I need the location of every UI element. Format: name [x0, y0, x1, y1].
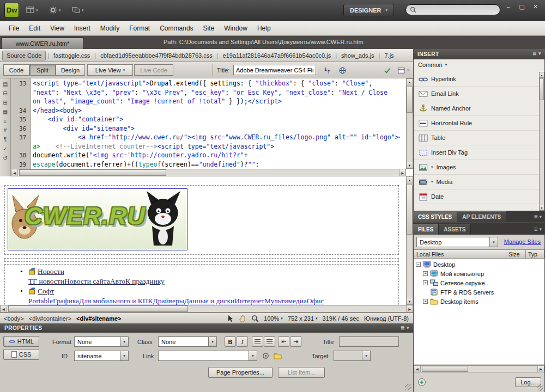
- list-item-button[interactable]: List Item...: [278, 367, 325, 378]
- page-properties-button[interactable]: Page Properties...: [208, 367, 272, 378]
- panel-menu-icon[interactable]: ≣ ▾: [534, 226, 542, 232]
- tree-item[interactable]: +Desktop items: [414, 297, 544, 306]
- zoom-level-select[interactable]: 100%▾: [264, 315, 283, 322]
- css-mode-button[interactable]: CSS: [3, 349, 39, 360]
- select-parent-tag-icon[interactable]: ≡: [1, 117, 9, 125]
- design-link[interactable]: Новости: [38, 267, 64, 275]
- column-local-files[interactable]: Local Files: [414, 249, 506, 259]
- related-file-0[interactable]: Source Code: [2, 51, 46, 60]
- connect-to-remote-icon[interactable]: [417, 378, 426, 387]
- code-line[interactable]: 36 <div id="sitename">: [11, 124, 400, 133]
- code-line[interactable]: 33<script type="text/javascript">Drupal.…: [11, 79, 400, 88]
- scroll-left-icon[interactable]: ◀: [1, 305, 7, 312]
- code-line[interactable]: a> <!--LiveInternet counter--><script ty…: [11, 142, 400, 151]
- scroll-right-icon[interactable]: ▶: [537, 366, 544, 372]
- insert-scrollbar[interactable]: ▲ ▼: [539, 72, 544, 211]
- id-select[interactable]: sitename▾: [74, 351, 129, 361]
- insert-item-horizontal-rule[interactable]: Horizontal Rule: [414, 116, 539, 131]
- scrollbar-thumb[interactable]: [19, 169, 166, 176]
- code-horizontal-scrollbar[interactable]: ◀ ▶: [11, 169, 406, 176]
- design-link[interactable]: Новости сайта: [64, 277, 110, 285]
- title-field[interactable]: [339, 336, 399, 347]
- design-link[interactable]: Офис: [307, 297, 324, 305]
- insert-item-images[interactable]: ▾Images: [414, 160, 539, 175]
- design-link[interactable]: Драйверы: [153, 297, 184, 305]
- line-numbers-icon[interactable]: ¶: [1, 136, 9, 143]
- scroll-right-icon[interactable]: ▶: [406, 305, 413, 312]
- column-size[interactable]: Size: [506, 249, 526, 259]
- design-link[interactable]: Для мобильного и КПК: [79, 297, 153, 305]
- code-line[interactable]: 34</head><body>: [11, 106, 400, 115]
- expand-all-icon[interactable]: ▦: [1, 108, 9, 115]
- code-view-button[interactable]: Code: [3, 64, 29, 76]
- window-size-select[interactable]: 752 x 231▾: [288, 315, 318, 322]
- code-editor[interactable]: 33<script type="text/javascript">Drupal.…: [11, 79, 400, 169]
- properties-header[interactable]: PROPERTIES ≣ ▾: [0, 323, 413, 333]
- site-menu-button[interactable]: ▾: [70, 5, 86, 15]
- ordered-list-button[interactable]: [264, 336, 275, 347]
- scroll-right-icon[interactable]: ▶: [399, 169, 405, 176]
- menu-edit[interactable]: Edit: [24, 21, 45, 35]
- menu-format[interactable]: Format: [124, 21, 155, 35]
- scroll-left-icon[interactable]: ◀: [414, 366, 421, 372]
- balance-braces-icon[interactable]: #: [1, 126, 9, 134]
- expand-icon[interactable]: +: [423, 280, 428, 285]
- bold-button[interactable]: B: [225, 336, 236, 347]
- design-horizontal-scrollbar[interactable]: ◀ ▶: [0, 305, 413, 313]
- insert-item-email-link[interactable]: Email Link: [414, 87, 539, 101]
- design-vertical-scrollbar[interactable]: ▲ ▼: [406, 176, 413, 305]
- insert-item-date[interactable]: 19Date: [414, 189, 539, 204]
- validate-markup-button[interactable]: [380, 65, 393, 75]
- search-input[interactable]: [416, 6, 492, 14]
- menu-view[interactable]: View: [45, 21, 69, 35]
- tag-selector-item[interactable]: <div#container>: [29, 315, 71, 322]
- panel-menu-icon[interactable]: ≣ ▾: [534, 214, 542, 219]
- zoom-tool-icon[interactable]: [251, 315, 259, 322]
- collapse-selection-icon[interactable]: ⊞: [1, 99, 9, 106]
- close-button[interactable]: ✕: [529, 2, 542, 12]
- tab-assets[interactable]: ASSETS: [439, 224, 471, 235]
- link-field[interactable]: ▾: [158, 351, 257, 361]
- workspace-switcher-button[interactable]: DESIGNER ▾: [343, 4, 394, 16]
- tab-ap-elements[interactable]: AP ELEMENTS: [457, 211, 506, 222]
- insert-panel-header[interactable]: INSERT ≣ ▾: [413, 49, 545, 59]
- italic-button[interactable]: I: [237, 336, 248, 347]
- design-view-button[interactable]: Design: [56, 64, 85, 76]
- expand-icon[interactable]: +: [423, 299, 428, 304]
- live-view-button[interactable]: Live View▾: [87, 64, 133, 76]
- files-horizontal-scrollbar[interactable]: ◀ ▶: [414, 365, 544, 372]
- related-file-1[interactable]: fasttoggle.css: [50, 51, 94, 60]
- manage-sites-link[interactable]: Manage Sites: [504, 238, 541, 245]
- logo-image[interactable]: CWER.RU: [8, 188, 187, 250]
- unordered-list-button[interactable]: [252, 336, 263, 347]
- column-type[interactable]: Typ: [526, 249, 544, 259]
- resize-grip[interactable]: [537, 384, 543, 391]
- search-box[interactable]: [405, 4, 500, 15]
- design-view[interactable]: CWER.RU •НовостиТГ новостиНовости сайтаА…: [0, 176, 413, 305]
- tag-selector-item[interactable]: <div#sitename>: [76, 315, 122, 322]
- scrollbar-thumb[interactable]: [407, 185, 413, 235]
- code-line[interactable]: 37 <a href="http://www.cwer.ru/"><img sr…: [11, 133, 400, 142]
- class-select[interactable]: None▾: [158, 336, 217, 347]
- design-link[interactable]: Интернет: [234, 297, 264, 305]
- menu-site[interactable]: Site: [198, 21, 220, 35]
- design-link[interactable]: Софт: [38, 287, 54, 295]
- tab-css-styles[interactable]: CSS STYLES: [413, 211, 457, 222]
- pointer-tool-icon[interactable]: [226, 315, 234, 322]
- code-line[interactable]: 38document.write("<img src='http://count…: [11, 151, 400, 160]
- resize-grip[interactable]: [405, 384, 411, 390]
- open-documents-icon[interactable]: ▤: [1, 80, 9, 88]
- menu-help[interactable]: Help: [252, 21, 276, 35]
- html-mode-button[interactable]: <>HTML: [3, 336, 39, 347]
- scroll-down-icon[interactable]: ▼: [407, 162, 413, 168]
- tag-selector-item[interactable]: <body>: [4, 315, 24, 322]
- hand-tool-icon[interactable]: [239, 315, 246, 322]
- window-layout-button[interactable]: ▾: [24, 5, 40, 15]
- code-line[interactable]: on last", "image_count": "Image !current…: [11, 97, 400, 106]
- apply-comment-icon[interactable]: ↺: [1, 154, 9, 162]
- indent-button[interactable]: ⇥: [290, 336, 301, 347]
- tree-item[interactable]: FTP & RDS Servers: [414, 287, 544, 297]
- preview-in-browser-button[interactable]: [336, 65, 349, 75]
- split-view-button[interactable]: Split: [29, 64, 56, 76]
- code-line[interactable]: 35 <div id="container">: [11, 115, 400, 124]
